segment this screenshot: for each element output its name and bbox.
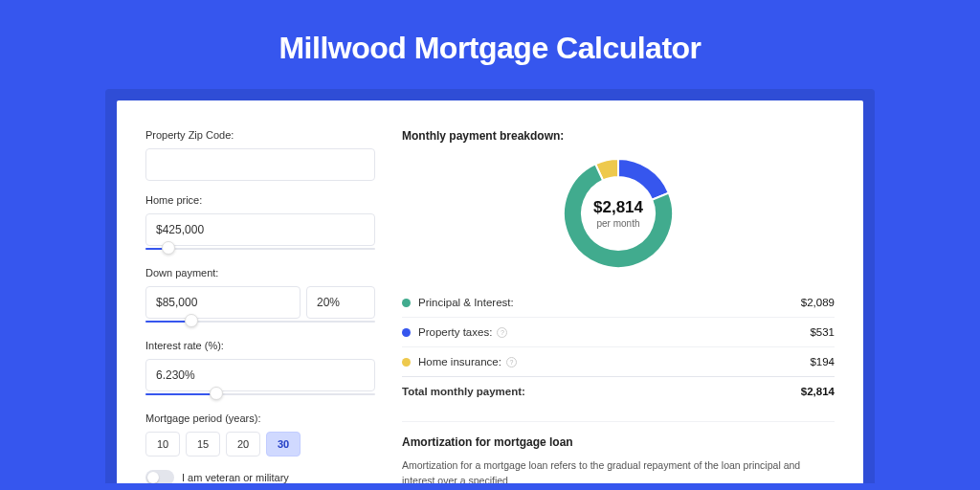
amortization-text: Amortization for a mortgage loan refers … <box>402 458 835 483</box>
breakdown-line: Home insurance:?$194 <box>402 346 835 376</box>
breakdown-line-value: $531 <box>810 326 835 338</box>
period-option-10[interactable]: 10 <box>145 432 180 457</box>
legend-dot <box>402 328 411 337</box>
breakdown-total-label: Total monthly payment: <box>402 386 525 397</box>
mortgage-period-options: 10152030 <box>145 432 375 457</box>
home-price-field: Home price: <box>145 194 375 254</box>
donut-sub: per month <box>596 218 639 229</box>
line-items: Principal & Interest:$2,089Property taxe… <box>402 288 835 406</box>
down-payment-slider[interactable] <box>145 317 375 326</box>
breakdown-total-line: Total monthly payment:$2,814 <box>402 376 835 406</box>
home-price-slider[interactable] <box>145 244 375 254</box>
breakdown-column: Monthly payment breakdown: $2,814 per mo… <box>402 129 835 483</box>
donut-amount: $2,814 <box>593 198 643 217</box>
mortgage-period-field: Mortgage period (years): 10152030 <box>145 412 375 457</box>
breakdown-total-value: $2,814 <box>801 386 835 397</box>
breakdown-line-value: $2,089 <box>801 297 835 308</box>
period-option-15[interactable]: 15 <box>186 432 220 457</box>
donut-center: $2,814 per month <box>561 156 676 271</box>
amortization-title: Amortization for mortgage loan <box>402 435 835 449</box>
veteran-toggle[interactable] <box>145 470 174 483</box>
zip-label: Property Zip Code: <box>145 129 375 141</box>
breakdown-line-value: $194 <box>810 356 835 368</box>
home-price-input[interactable] <box>145 213 375 246</box>
breakdown-line: Property taxes:?$531 <box>402 317 835 346</box>
interest-rate-input[interactable] <box>145 359 375 391</box>
legend-dot <box>402 358 411 367</box>
legend-dot <box>402 299 411 307</box>
page-title: Millwood Mortgage Calculator <box>0 0 980 89</box>
info-icon[interactable]: ? <box>506 357 517 368</box>
down-payment-amount-input[interactable] <box>145 286 301 319</box>
period-option-30[interactable]: 30 <box>266 432 301 457</box>
interest-rate-slider[interactable] <box>145 390 375 399</box>
veteran-toggle-label: I am veteran or military <box>182 472 289 483</box>
period-option-20[interactable]: 20 <box>226 432 260 457</box>
breakdown-line-label: Home insurance: <box>418 356 501 368</box>
interest-rate-label: Interest rate (%): <box>145 340 375 351</box>
breakdown-line: Principal & Interest:$2,089 <box>402 288 835 317</box>
inputs-column: Property Zip Code: Home price: Down paym… <box>145 129 375 483</box>
breakdown-line-label: Principal & Interest: <box>418 297 514 308</box>
zip-field: Property Zip Code: <box>145 129 375 181</box>
home-price-label: Home price: <box>145 194 375 206</box>
amortization-section: Amortization for mortgage loan Amortizat… <box>402 421 835 483</box>
info-icon[interactable]: ? <box>497 327 507 338</box>
interest-rate-field: Interest rate (%): <box>145 340 375 399</box>
breakdown-line-label: Property taxes: <box>418 326 492 338</box>
down-payment-percent-input[interactable] <box>306 286 375 319</box>
calculator-card: Property Zip Code: Home price: Down paym… <box>117 100 863 483</box>
mortgage-period-label: Mortgage period (years): <box>145 412 375 424</box>
veteran-row: I am veteran or military <box>145 470 375 483</box>
down-payment-field: Down payment: <box>145 267 375 326</box>
zip-input[interactable] <box>145 148 375 181</box>
breakdown-title: Monthly payment breakdown: <box>402 129 835 143</box>
donut-chart: $2,814 per month <box>561 156 676 271</box>
card-backdrop: Property Zip Code: Home price: Down paym… <box>105 89 875 483</box>
down-payment-label: Down payment: <box>145 267 375 278</box>
donut-zone: $2,814 per month <box>402 156 835 271</box>
